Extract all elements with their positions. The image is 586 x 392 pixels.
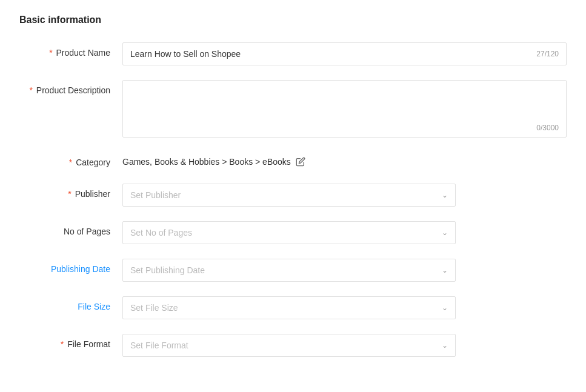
category-control: Games, Books & Hobbies > Books > eBooks — [122, 152, 567, 167]
file-size-chevron-icon: ⌄ — [442, 304, 448, 312]
product-description-textarea[interactable] — [123, 81, 566, 135]
file-size-control: Set File Size ⌄ — [122, 296, 567, 319]
publisher-placeholder: Set Publisher — [130, 190, 181, 200]
product-description-char-count: 0/3000 — [536, 124, 559, 132]
no-of-pages-dropdown[interactable]: Set No of Pages ⌄ — [122, 221, 456, 244]
file-format-control: Set File Format ⌄ — [122, 334, 567, 357]
file-format-row: * File Format Set File Format ⌄ — [19, 334, 567, 357]
product-name-char-count: 27/120 — [536, 50, 559, 58]
product-name-label: * Product Name — [19, 42, 122, 59]
no-of-pages-control: Set No of Pages ⌄ — [122, 221, 567, 244]
category-value: Games, Books & Hobbies > Books > eBooks — [122, 157, 291, 167]
category-row: * Category Games, Books & Hobbies > Book… — [19, 152, 567, 169]
no-of-pages-label: No of Pages — [19, 221, 122, 238]
file-format-placeholder: Set File Format — [130, 341, 188, 350]
file-format-chevron-icon: ⌄ — [442, 341, 448, 350]
publisher-control: Set Publisher ⌄ — [122, 184, 567, 207]
no-of-pages-placeholder: Set No of Pages — [130, 228, 192, 238]
product-name-control: 27/120 — [122, 42, 567, 65]
publishing-date-row: Publishing Date Set Publishing Date ⌄ — [19, 259, 567, 282]
file-size-dropdown[interactable]: Set File Size ⌄ — [122, 296, 456, 319]
product-description-control: 0/3000 — [122, 80, 567, 138]
product-name-row: * Product Name 27/120 — [19, 42, 567, 65]
publishing-date-dropdown[interactable]: Set Publishing Date ⌄ — [122, 259, 456, 282]
category-label: * Category — [19, 152, 122, 169]
product-name-input[interactable] — [130, 49, 536, 59]
no-of-pages-chevron-icon: ⌄ — [442, 228, 448, 237]
category-edit-icon[interactable] — [296, 157, 305, 167]
publisher-chevron-icon: ⌄ — [442, 191, 448, 199]
publishing-date-placeholder: Set Publishing Date — [130, 265, 205, 275]
publisher-label: * Publisher — [19, 184, 122, 201]
publisher-dropdown[interactable]: Set Publisher ⌄ — [122, 184, 456, 207]
no-of-pages-row: No of Pages Set No of Pages ⌄ — [19, 221, 567, 244]
file-size-placeholder: Set File Size — [130, 303, 178, 313]
publisher-row: * Publisher Set Publisher ⌄ — [19, 184, 567, 207]
product-description-row: * Product Description 0/3000 — [19, 80, 567, 138]
file-format-dropdown[interactable]: Set File Format ⌄ — [122, 334, 456, 357]
file-size-row: File Size Set File Size ⌄ — [19, 296, 567, 319]
category-display: Games, Books & Hobbies > Books > eBooks — [122, 152, 567, 167]
file-size-label: File Size — [19, 296, 122, 313]
section-title: Basic information — [19, 15, 567, 25]
product-name-input-wrap: 27/120 — [122, 42, 567, 65]
publishing-date-chevron-icon: ⌄ — [442, 266, 448, 274]
product-description-textarea-wrap: 0/3000 — [122, 80, 567, 138]
product-description-label: * Product Description — [19, 80, 122, 97]
publishing-date-control: Set Publishing Date ⌄ — [122, 259, 567, 282]
file-format-label: * File Format — [19, 334, 122, 351]
publishing-date-label: Publishing Date — [19, 259, 122, 276]
